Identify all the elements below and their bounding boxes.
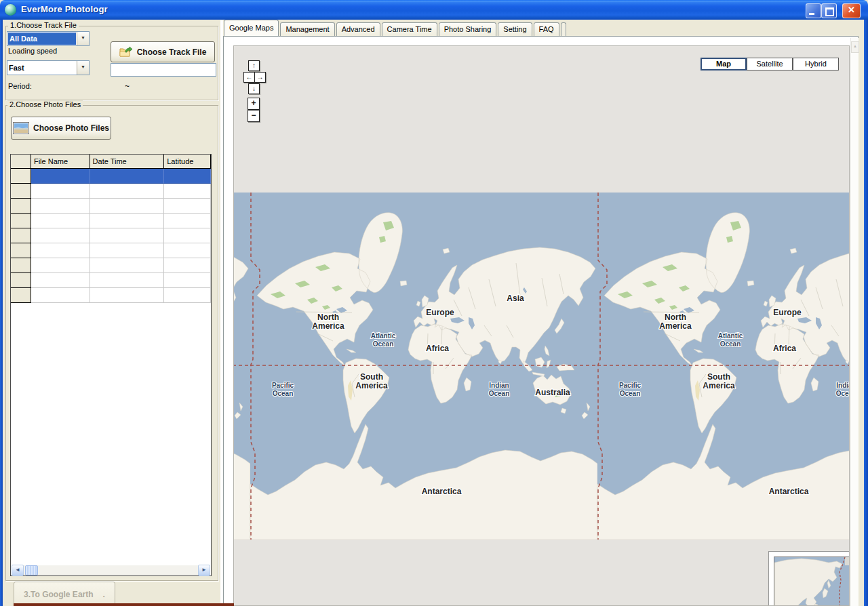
table-cell[interactable] — [90, 243, 165, 258]
tab-faq[interactable]: FAQ — [534, 22, 559, 36]
table-row[interactable] — [11, 184, 211, 199]
table-cell[interactable] — [164, 184, 211, 199]
table-cell[interactable] — [90, 273, 165, 288]
zoom-out-button[interactable]: − — [248, 110, 260, 122]
maximize-button[interactable] — [821, 3, 837, 18]
table-cell[interactable] — [164, 258, 211, 273]
table-row[interactable] — [11, 288, 211, 303]
table-row[interactable] — [11, 258, 211, 273]
choose-track-file-button[interactable]: Choose Track File — [111, 41, 215, 62]
tab-advanced[interactable]: Advanced — [336, 22, 380, 36]
tab-strip: Google MapsManagementAdvancedCamera Time… — [224, 20, 566, 36]
row-header-corner[interactable] — [11, 155, 31, 169]
column-header-latitude[interactable]: Latitude — [164, 155, 211, 169]
table-cell[interactable] — [164, 214, 211, 228]
tab-photo-sharing[interactable]: Photo Sharing — [439, 22, 497, 36]
table-cell[interactable] — [31, 228, 90, 243]
row-header[interactable] — [11, 199, 31, 214]
zoom-in-button[interactable]: + — [248, 98, 260, 110]
window-border-left — [0, 20, 3, 606]
table-cell[interactable] — [164, 288, 211, 303]
table-cell[interactable] — [164, 273, 211, 288]
table-cell[interactable] — [90, 214, 165, 228]
table-row[interactable] — [11, 273, 211, 288]
tab-camera-time[interactable]: Camera Time — [382, 22, 437, 36]
column-header-file-name[interactable]: File Name — [31, 155, 90, 169]
pan-up-button[interactable]: ↑ — [248, 60, 260, 71]
pan-right-button[interactable]: → — [254, 72, 266, 83]
hscrollbar-thumb[interactable] — [25, 565, 38, 575]
pan-left-button[interactable]: ← — [243, 72, 255, 83]
pan-down-button[interactable]: ↓ — [248, 83, 260, 94]
loading-speed-combobox[interactable]: Fast ▼ — [7, 60, 90, 75]
photo-table[interactable]: File NameDate TimeLatitude ◄ ► — [10, 154, 212, 576]
table-cell[interactable] — [31, 243, 90, 258]
to-google-earth-button[interactable]: 3.To Google Earth . — [14, 582, 115, 606]
row-header[interactable] — [11, 228, 31, 243]
period-value: ~ — [125, 81, 130, 91]
row-header[interactable] — [11, 214, 31, 228]
map-type-hybrid-button[interactable]: Hybrid — [793, 58, 839, 70]
table-row[interactable] — [11, 243, 211, 258]
tab-management[interactable]: Management — [280, 22, 334, 36]
table-cell[interactable] — [90, 199, 165, 214]
table-cell[interactable] — [90, 258, 165, 273]
map-type-map-button[interactable]: Map — [701, 58, 747, 70]
choose-track-file-button-label: Choose Track File — [137, 47, 207, 57]
chevron-down-icon[interactable]: ▼ — [77, 32, 89, 45]
table-cell[interactable] — [90, 228, 165, 243]
table-cell[interactable] — [31, 184, 90, 199]
table-cell[interactable] — [31, 258, 90, 273]
table-cell[interactable] — [31, 273, 90, 288]
row-header[interactable] — [11, 273, 31, 288]
loading-speed-label: Loading speed — [8, 47, 57, 55]
minimize-button[interactable] — [806, 3, 821, 18]
photo-table-hscrollbar[interactable]: ◄ ► — [12, 565, 210, 575]
folder-arrow-icon — [119, 46, 133, 58]
overview-map-frame — [768, 551, 850, 606]
chevron-down-icon[interactable]: ▼ — [77, 61, 89, 75]
table-cell[interactable] — [90, 169, 165, 184]
choose-photo-files-button[interactable]: Choose Photo Files — [11, 117, 111, 140]
table-cell[interactable] — [31, 214, 90, 228]
app-globe-icon — [5, 4, 16, 16]
track-file-path-input[interactable] — [111, 63, 216, 77]
table-cell[interactable] — [31, 199, 90, 214]
maximize-icon — [825, 7, 834, 16]
scroll-right-icon[interactable]: ► — [198, 565, 210, 576]
tab-setting[interactable]: Setting — [498, 22, 532, 36]
period-label: Period: — [8, 82, 32, 90]
row-header[interactable] — [11, 243, 31, 258]
column-header-date-time[interactable]: Date Time — [90, 155, 165, 169]
table-cell[interactable] — [31, 288, 90, 303]
world-map-svg[interactable]: AsiaEuropeNorthAmericaAtlanticOceanAfric… — [233, 193, 850, 540]
close-button[interactable]: ✕ — [842, 3, 861, 18]
overview-map[interactable] — [774, 557, 850, 606]
table-cell[interactable] — [164, 169, 211, 184]
tab-google-maps[interactable]: Google Maps — [224, 20, 279, 36]
data-range-combobox[interactable]: All Data ▼ — [7, 31, 90, 46]
browser-vscrollbar[interactable] — [850, 38, 859, 606]
table-cell[interactable] — [31, 169, 90, 184]
table-cell[interactable] — [164, 199, 211, 214]
row-header[interactable] — [11, 184, 31, 199]
table-cell[interactable] — [164, 243, 211, 258]
google-map-view[interactable]: AsiaEuropeNorthAmericaAtlanticOceanAfric… — [233, 45, 850, 606]
row-header[interactable] — [11, 258, 31, 273]
title-bar[interactable]: EverMore Photologr ✕ — [0, 0, 868, 20]
table-cell[interactable] — [90, 288, 165, 303]
table-row[interactable] — [11, 214, 211, 228]
table-cell[interactable] — [164, 228, 211, 243]
minimize-icon — [809, 13, 814, 15]
row-header[interactable] — [11, 288, 31, 303]
to-google-earth-trailing-dot: . — [103, 590, 105, 599]
map-type-satellite-button[interactable]: Satellite — [747, 58, 793, 70]
table-row[interactable] — [11, 169, 211, 184]
scroll-left-icon[interactable]: ◄ — [12, 565, 24, 576]
row-header[interactable] — [11, 169, 31, 184]
table-cell[interactable] — [90, 184, 165, 199]
table-row[interactable] — [11, 228, 211, 243]
choose-photo-files-button-label: Choose Photo Files — [33, 123, 109, 133]
table-row[interactable] — [11, 199, 211, 214]
scroll-up-icon[interactable]: ▲ — [851, 41, 859, 53]
